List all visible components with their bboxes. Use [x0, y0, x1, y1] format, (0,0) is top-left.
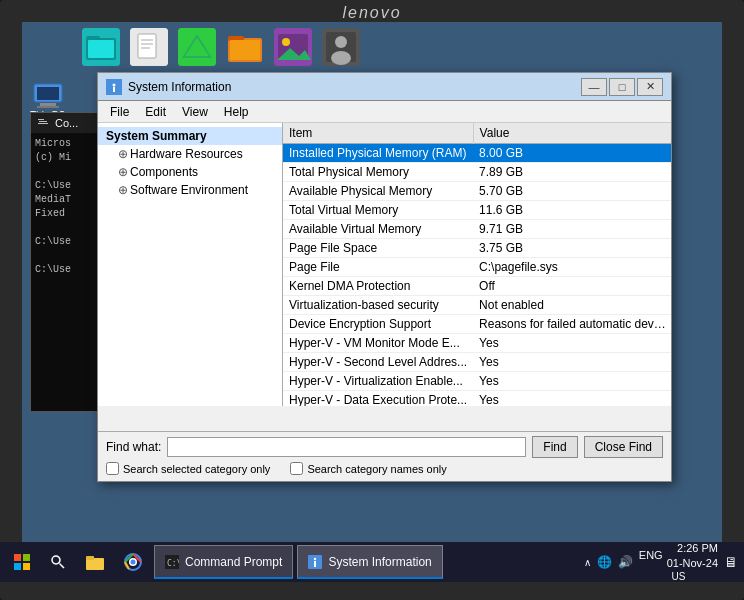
chrome-button[interactable]: [116, 545, 150, 579]
desktop-icons-bar: [22, 22, 722, 72]
tree-item-hardware[interactable]: ⊕Hardware Resources: [98, 145, 282, 163]
taskbar-sysinfo-app[interactable]: System Information: [297, 545, 442, 579]
col-header-value: Value: [473, 123, 671, 144]
table-cell-value: C:\pagefile.sys: [473, 258, 671, 277]
svg-rect-35: [14, 554, 21, 561]
svg-point-39: [52, 556, 60, 564]
table-cell-value: Off: [473, 277, 671, 296]
tray-network-icon[interactable]: 🌐: [597, 555, 612, 569]
table-cell-item: Hyper-V - VM Monitor Mode E...: [283, 334, 473, 353]
table-row[interactable]: Total Virtual Memory11.6 GB: [283, 201, 671, 220]
table-cell-item: Page File: [283, 258, 473, 277]
find-input[interactable]: [167, 437, 526, 457]
menu-edit[interactable]: Edit: [137, 103, 174, 121]
table-row[interactable]: Page FileC:\pagefile.sys: [283, 258, 671, 277]
table-cell-value: 3.75 GB: [473, 239, 671, 258]
table-cell-value: Yes: [473, 372, 671, 391]
svg-point-23: [331, 51, 351, 65]
desktop-icon-4[interactable]: [226, 28, 264, 66]
cmd-taskbar-icon: C:\: [165, 555, 179, 569]
sysinfo-window: System Information — □ ✕ File Edit View …: [97, 72, 672, 482]
table-cell-item: Total Virtual Memory: [283, 201, 473, 220]
table-cell-value: 11.6 GB: [473, 201, 671, 220]
search-selected-checkbox[interactable]: [106, 462, 119, 475]
minimize-button[interactable]: —: [581, 78, 607, 96]
tray-time-block[interactable]: ENG 2:26 PM 01-Nov-24 US: [639, 541, 718, 583]
table-row[interactable]: Installed Physical Memory (RAM)8.00 GB: [283, 144, 671, 163]
table-cell-item: Installed Physical Memory (RAM): [283, 144, 473, 163]
table-row[interactable]: Total Physical Memory7.89 GB: [283, 163, 671, 182]
find-button[interactable]: Find: [532, 436, 577, 458]
tree-item-software-env[interactable]: ⊕Software Environment: [98, 181, 282, 199]
table-row[interactable]: Hyper-V - Virtualization Enable...Yes: [283, 372, 671, 391]
table-cell-item: Hyper-V - Second Level Addres...: [283, 353, 473, 372]
taskbar-cmd-app[interactable]: C:\ Command Prompt: [154, 545, 293, 579]
menu-file[interactable]: File: [102, 103, 137, 121]
menu-help[interactable]: Help: [216, 103, 257, 121]
tray-chevron[interactable]: ∧: [584, 557, 591, 568]
table-row[interactable]: Hyper-V - Second Level Addres...Yes: [283, 353, 671, 372]
search-names-label[interactable]: Search category names only: [290, 462, 446, 475]
desktop-icon-5[interactable]: [274, 28, 312, 66]
search-selected-label[interactable]: Search selected category only: [106, 462, 270, 475]
cmd-icon: [37, 116, 51, 130]
tray-notification-icon[interactable]: 🖥: [724, 554, 738, 570]
svg-rect-26: [40, 103, 56, 106]
expand-icon-software: ⊕: [118, 183, 128, 197]
search-names-checkbox[interactable]: [290, 462, 303, 475]
tree-item-system-summary[interactable]: System Summary: [98, 127, 282, 145]
table-cell-item: Page File Space: [283, 239, 473, 258]
cmd-title: Co...: [55, 117, 78, 129]
tree-panel: System Summary ⊕Hardware Resources ⊕Comp…: [98, 123, 283, 406]
monitor-bezel: lenovo: [0, 0, 744, 600]
menu-view[interactable]: View: [174, 103, 216, 121]
file-explorer-button[interactable]: [78, 545, 112, 579]
table-row[interactable]: Hyper-V - Data Execution Prote...Yes: [283, 391, 671, 407]
find-row: Find what: Find Close Find: [106, 436, 663, 458]
brand-label: lenovo: [0, 0, 744, 22]
taskbar: C:\ Command Prompt System Information ∧ …: [0, 542, 744, 582]
folder-icon: [86, 554, 104, 570]
table-row[interactable]: Kernel DMA ProtectionOff: [283, 277, 671, 296]
svg-rect-27: [37, 106, 59, 108]
maximize-button[interactable]: □: [609, 78, 635, 96]
search-selected-text: Search selected category only: [123, 463, 270, 475]
search-button[interactable]: [42, 545, 74, 579]
svg-rect-29: [38, 119, 44, 120]
table-row[interactable]: Page File Space3.75 GB: [283, 239, 671, 258]
sysinfo-titlebar: System Information — □ ✕: [98, 73, 671, 101]
desktop-icon-2[interactable]: [130, 28, 168, 66]
table-cell-item: Virtualization-based security: [283, 296, 473, 315]
desktop-icon-3[interactable]: [178, 28, 216, 66]
sysinfo-title-icon: [106, 79, 122, 95]
chrome-icon: [124, 553, 142, 571]
table-cell-item: Hyper-V - Virtualization Enable...: [283, 372, 473, 391]
svg-point-33: [113, 83, 116, 86]
table-cell-value: Not enabled: [473, 296, 671, 315]
desktop-icon-6[interactable]: [322, 28, 360, 66]
table-cell-value: 8.00 GB: [473, 144, 671, 163]
table-row[interactable]: Available Physical Memory5.70 GB: [283, 182, 671, 201]
sysinfo-taskbar-label: System Information: [328, 555, 431, 569]
table-cell-item: Device Encryption Support: [283, 315, 473, 334]
tray-date: 01-Nov-24: [667, 556, 718, 570]
find-bar: Find what: Find Close Find Search select…: [98, 431, 671, 481]
table-row[interactable]: Hyper-V - VM Monitor Mode E...Yes: [283, 334, 671, 353]
tree-item-components[interactable]: ⊕Components: [98, 163, 282, 181]
tray-language: ENG: [639, 548, 663, 562]
close-find-button[interactable]: Close Find: [584, 436, 663, 458]
table-cell-value: Reasons for failed automatic device en: [473, 315, 671, 334]
start-button[interactable]: [6, 545, 38, 579]
svg-text:C:\: C:\: [167, 559, 179, 568]
desktop-icon-1[interactable]: [82, 28, 120, 66]
table-cell-value: Yes: [473, 391, 671, 407]
expand-icon-hardware: ⊕: [118, 147, 128, 161]
tray-volume-icon[interactable]: 🔊: [618, 555, 633, 569]
svg-rect-34: [113, 87, 115, 92]
table-cell-value: 7.89 GB: [473, 163, 671, 182]
table-row[interactable]: Available Virtual Memory9.71 GB: [283, 220, 671, 239]
table-row[interactable]: Virtualization-based securityNot enabled: [283, 296, 671, 315]
close-button[interactable]: ✕: [637, 78, 663, 96]
sysinfo-title-text: System Information: [128, 80, 581, 94]
table-row[interactable]: Device Encryption SupportReasons for fai…: [283, 315, 671, 334]
